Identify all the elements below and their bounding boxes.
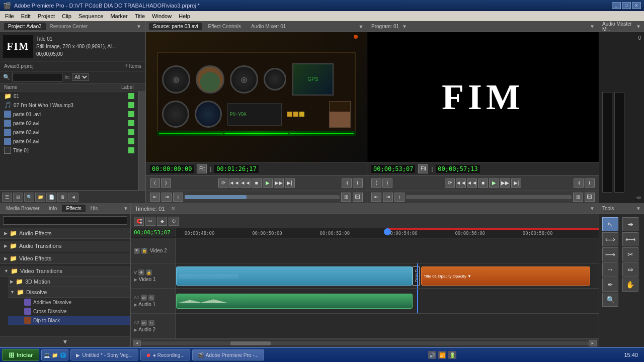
pgm-stop[interactable]: ■	[478, 178, 488, 188]
pgm-step-fwd[interactable]: ▶|	[511, 178, 521, 188]
taskbar-sys-icon2[interactable]: 📁	[52, 352, 58, 358]
effects-search-input[interactable]	[3, 216, 127, 225]
pen-tool-btn[interactable]: ✒	[602, 278, 618, 292]
audio-mixer-tab[interactable]: Audio Mixer: 01	[247, 23, 290, 30]
expand-btn[interactable]: ▶	[134, 277, 137, 282]
file-item-parte03[interactable]: parte 03.avi	[0, 128, 138, 137]
mark-out-btn[interactable]: ⟩	[161, 178, 171, 188]
ripple-edit-tool-btn[interactable]: ⟺	[602, 232, 618, 246]
cross-dissolve-item[interactable]: Cross Dissolve	[8, 307, 130, 316]
project-panel-close[interactable]: ▼	[136, 24, 141, 29]
program-fit-button[interactable]: Fit	[418, 164, 428, 173]
timeline-hscroll-thumb[interactable]	[230, 341, 271, 345]
start-button[interactable]: ⊞ Iniciar	[2, 349, 39, 361]
hand-tool-btn[interactable]: ✋	[622, 278, 638, 292]
menu-window[interactable]: Window	[149, 12, 175, 20]
mark-in-btn[interactable]: ⟨	[150, 178, 160, 188]
src-btn5[interactable]: 🎞	[353, 193, 363, 202]
scroll-left-btn[interactable]: ◄	[68, 193, 78, 202]
audio-transitions-header[interactable]: ▶ 📁 Audio Transitions	[0, 241, 130, 251]
audio1-solo-btn[interactable]: S	[148, 295, 154, 301]
taskbar-sony-vegas[interactable]: ▶ Untitled * - Sony Veg...	[70, 349, 138, 360]
taskbar-sys-icon1[interactable]: 💻	[44, 352, 50, 358]
src-btn1[interactable]: ⇤	[150, 193, 160, 202]
video1-content[interactable]: ░░░░░░░░░░░░░░░░░░░░░ Cross D Title 01 O…	[176, 263, 599, 288]
delete-btn[interactable]: 🗑	[57, 193, 67, 202]
tl-timecode-btn[interactable]: ⏱	[169, 217, 179, 226]
video-transitions-header[interactable]: ▼ 📁 Video Transitions	[0, 266, 130, 277]
pgm-rewind[interactable]: ◄◄	[467, 178, 477, 188]
timeline-close-btn[interactable]: ✕	[171, 206, 175, 211]
pgm-btn3[interactable]: ↕	[394, 193, 405, 202]
taskbar-sys-icon3[interactable]: 🌐	[60, 352, 66, 358]
taskbar-premiere-pro[interactable]: 🎬 Adobe Premiere Pro -...	[192, 349, 264, 360]
play-btn[interactable]: ▶	[263, 178, 273, 188]
history-tab[interactable]: His	[87, 205, 102, 212]
audio-clip[interactable]: ▁▂▃▄▅▆▅▄▃▂▁▂▃▄▅▆▇▆▅▄▃▂▁	[176, 294, 413, 309]
video2-eye-btn[interactable]: 👁	[134, 248, 140, 254]
list-view-btn[interactable]: ☰	[2, 193, 12, 202]
resource-center-tab[interactable]: Resource Center	[50, 24, 88, 29]
dissolve-header[interactable]: ▼ 📁 Dissolve	[8, 287, 130, 298]
pgm-loop[interactable]: ⟳	[445, 178, 455, 188]
audio-master-menu[interactable]: ▼	[636, 24, 641, 29]
video1-lock-btn[interactable]: 🔒	[146, 269, 152, 276]
menu-edit[interactable]: Edit	[18, 12, 34, 20]
tl-scroll-left-btn[interactable]: ◄	[133, 340, 141, 346]
audio-effects-header[interactable]: ▶ 📁 Audio Effects	[0, 228, 130, 239]
source-panel-menu[interactable]: ▼	[358, 24, 364, 30]
effect-controls-tab[interactable]: Effect Controls	[204, 23, 245, 30]
pgm-extract[interactable]: ⟭	[585, 178, 595, 188]
pgm-btn2[interactable]: ⇥	[383, 193, 393, 202]
source-jog-bar[interactable]	[185, 195, 340, 199]
battery-icon[interactable]: 🔋	[448, 351, 456, 359]
file-item-01[interactable]: 📁 01	[0, 92, 138, 101]
slide-tool-btn[interactable]: ⇔	[622, 262, 638, 277]
audio1-content[interactable]: ▁▂▃▄▅▆▅▄▃▂▁▂▃▄▅▆▇▆▅▄▃▂▁	[176, 289, 599, 313]
audio2-solo-btn[interactable]: S	[148, 320, 154, 326]
overwrite-btn[interactable]: ⟭	[353, 178, 363, 188]
source-timecode-start[interactable]: 00:00:00:00	[150, 165, 194, 173]
new-bin-btn[interactable]: 📁	[35, 193, 45, 202]
menu-sequence[interactable]: Sequence	[75, 12, 107, 20]
pgm-mark-in[interactable]: ⟨	[371, 178, 381, 188]
step-forward-btn[interactable]: ▶|	[285, 178, 295, 188]
menu-clip[interactable]: Clip	[59, 12, 74, 20]
info-tab[interactable]: Info	[45, 205, 61, 212]
3d-motion-header[interactable]: ▶ 📁 3D Motion	[8, 277, 130, 287]
source-tab[interactable]: Source: parte 03.avi	[149, 23, 202, 30]
stop-btn[interactable]: ■	[252, 178, 262, 188]
pgm-btn4[interactable]: ⊞	[573, 193, 583, 202]
additive-dissolve-item[interactable]: Additive Dissolve	[8, 298, 130, 307]
project-scrollbar[interactable]	[138, 92, 145, 190]
src-btn3[interactable]: ↕	[173, 193, 183, 202]
razor-tool-btn[interactable]: ✂	[622, 247, 638, 261]
file-item-audio[interactable]: 🎵 07 I'm Not Who I Was.mp3	[0, 101, 138, 110]
icon-view-btn[interactable]: ⊞	[13, 193, 23, 202]
src-btn4[interactable]: ⊞	[341, 193, 351, 202]
program-jog-bar[interactable]	[406, 195, 572, 199]
rewind-btn[interactable]: ◄◄	[240, 178, 251, 188]
insert-btn[interactable]: ⟬	[342, 178, 352, 188]
menu-title[interactable]: Title	[132, 12, 148, 20]
audio2-mute-btn[interactable]: M	[141, 320, 147, 326]
timeline-panel-menu[interactable]: ▼	[590, 206, 595, 211]
tools-menu-btn[interactable]: ▼	[636, 206, 641, 211]
pgm-play[interactable]: ▶	[489, 178, 499, 188]
menu-file[interactable]: File	[2, 12, 17, 20]
audio2-content[interactable]	[176, 314, 599, 338]
program-dropdown-btn[interactable]: ▼	[402, 24, 407, 29]
pgm-btn1[interactable]: ⇤	[371, 193, 381, 202]
menu-project[interactable]: Project	[35, 12, 58, 20]
track-select-tool-btn[interactable]: ↠	[622, 217, 638, 231]
fast-forward-btn[interactable]: ▶▶	[274, 178, 284, 188]
rate-stretch-tool-btn[interactable]: ⟼	[602, 247, 618, 261]
selection-tool-btn[interactable]: ↖	[602, 217, 618, 231]
find-btn[interactable]: 🔍	[24, 193, 34, 202]
src-btn2[interactable]: ⇥	[162, 193, 172, 202]
menu-help[interactable]: Help	[176, 12, 193, 20]
pgm-ff[interactable]: ▶▶	[500, 178, 510, 188]
video1-eye-btn[interactable]: 👁	[138, 269, 144, 276]
audio1-mute-btn[interactable]: M	[141, 295, 147, 301]
video-effects-header[interactable]: ▶ 📁 Video Effects	[0, 253, 130, 264]
